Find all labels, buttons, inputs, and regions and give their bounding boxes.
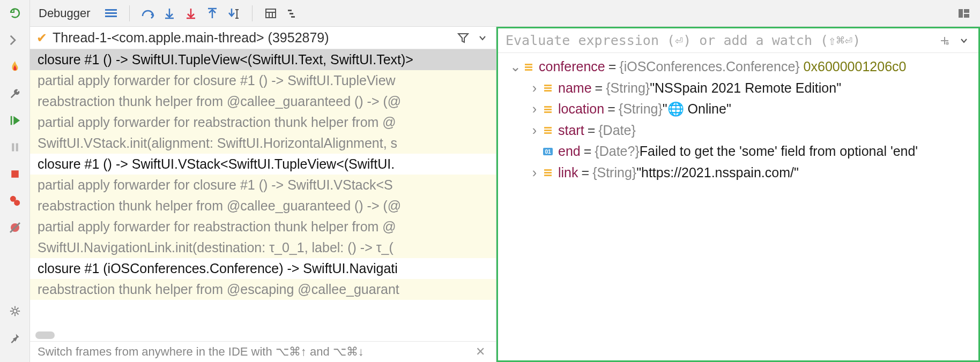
svg-line-15 [11, 313, 13, 315]
svg-rect-53 [544, 130, 552, 131]
var-name: location [558, 99, 604, 119]
var-type: {String} [592, 163, 636, 183]
step-out-icon[interactable] [205, 6, 220, 21]
filter-icon[interactable] [456, 31, 470, 45]
breakpoints-icon[interactable] [7, 193, 23, 209]
svg-point-8 [13, 309, 17, 313]
console-icon[interactable] [7, 32, 23, 48]
svg-rect-44 [525, 66, 532, 68]
flame-icon[interactable] [7, 59, 23, 75]
svg-rect-1 [12, 144, 14, 152]
trace-icon[interactable] [285, 6, 300, 21]
variables-tree[interactable]: ⌄ conference = {iOSConferences.Conferenc… [498, 53, 978, 360]
var-link[interactable]: ›link = {String} "https://2021.nsspain.c… [498, 162, 978, 184]
pause-icon[interactable] [7, 139, 23, 155]
thread-dropdown-icon[interactable] [476, 31, 489, 45]
chevron-right-icon[interactable]: › [529, 78, 540, 99]
frame-row[interactable]: reabstraction thunk helper from @callee_… [30, 195, 496, 216]
svg-rect-2 [16, 144, 18, 152]
close-icon[interactable]: ✕ [472, 345, 488, 359]
chevron-down-icon[interactable]: ⌄ [510, 57, 521, 77]
stop-icon[interactable] [7, 166, 23, 182]
frame-row[interactable]: closure #1 () -> SwiftUI.TupleView<(Swif… [30, 49, 496, 70]
var-name[interactable]: ›name = {String} "NSSpain 2021 Remote Ed… [498, 78, 978, 99]
frame-row[interactable]: closure #1 () -> SwiftUI.VStack<SwiftUI.… [30, 154, 496, 175]
frame-row[interactable]: SwiftUI.NavigationLink.init(destination:… [30, 237, 496, 258]
var-type: {Date?} [595, 141, 639, 162]
rerun-icon[interactable] [7, 5, 23, 21]
svg-rect-57 [544, 169, 552, 171]
field-icon [542, 167, 554, 178]
frame-row[interactable]: partial apply forwarder for closure #1 (… [30, 175, 496, 195]
var-location[interactable]: ›location = {String} "🌐 Online" [498, 99, 978, 120]
evaluate-expression-icon[interactable] [263, 6, 278, 21]
threads-icon[interactable] [103, 6, 118, 21]
field-icon [542, 124, 554, 136]
svg-line-16 [17, 308, 18, 310]
var-start[interactable]: ›start = {Date} [498, 120, 978, 141]
layout-icon[interactable] [956, 6, 971, 21]
evaluate-placeholder[interactable]: Evaluate expression (⏎) or add a watch (… [506, 33, 932, 48]
svg-rect-30 [266, 9, 276, 18]
debug-sidebar [0, 0, 30, 362]
evaluate-bar[interactable]: Evaluate expression (⏎) or add a watch (… [498, 28, 978, 53]
var-name: conference [539, 57, 605, 77]
svg-line-14 [17, 313, 18, 315]
frame-row[interactable]: reabstraction thunk helper from @escapin… [30, 279, 496, 300]
frame-row[interactable]: partial apply forwarder for reabstractio… [30, 216, 496, 237]
var-type: {iOSConferences.Conference} [619, 57, 799, 77]
frame-row[interactable]: closure #1 (iOSConferences.Conference) -… [30, 258, 496, 279]
thread-header: ✔ Thread-1-<com.apple.main-thread> (3952… [30, 27, 496, 49]
checkmark-icon: ✔ [36, 31, 47, 46]
hint-text: Switch frames from anywhere in the IDE w… [38, 345, 472, 359]
var-value: "NSSpain 2021 Remote Edition" [650, 78, 841, 99]
scrollbar-thumb[interactable] [35, 331, 55, 339]
run-to-cursor-icon[interactable] [226, 6, 241, 21]
step-into-icon[interactable] [162, 6, 177, 21]
svg-point-42 [946, 42, 949, 45]
var-name: start [558, 120, 584, 141]
svg-rect-50 [544, 109, 552, 110]
var-type: {String} [606, 78, 650, 99]
frame-row[interactable]: partial apply forwarder for reabstractio… [30, 112, 496, 133]
chevron-right-icon[interactable]: › [529, 163, 540, 183]
mute-breakpoints-icon[interactable] [7, 220, 23, 236]
svg-rect-38 [964, 9, 969, 13]
svg-rect-48 [544, 90, 552, 92]
toolbar-title: Debugger [39, 6, 91, 20]
svg-rect-46 [544, 85, 552, 86]
add-watch-icon[interactable] [938, 34, 952, 48]
svg-rect-35 [289, 13, 293, 14]
var-type: {Date} [598, 120, 636, 141]
settings-icon[interactable] [7, 303, 23, 319]
frame-row[interactable]: SwiftUI.VStack.init(alignment: SwiftUI.H… [30, 133, 496, 154]
frame-row[interactable]: partial apply forwarder for closure #1 (… [30, 70, 496, 91]
wrench-icon[interactable] [7, 86, 23, 102]
chevron-right-icon[interactable]: › [529, 120, 540, 141]
svg-point-5 [14, 200, 20, 206]
force-step-into-icon[interactable] [183, 6, 198, 21]
resume-icon[interactable] [7, 112, 23, 129]
vars-dropdown-icon[interactable] [957, 34, 971, 48]
svg-rect-39 [964, 14, 969, 18]
frame-row[interactable]: reabstraction thunk helper from @callee_… [30, 91, 496, 112]
var-name: end [558, 141, 581, 162]
var-address: 0x6000001206c0 [804, 57, 907, 77]
var-conference[interactable]: ⌄ conference = {iOSConferences.Conferenc… [498, 56, 978, 78]
frames-pane: ✔ Thread-1-<com.apple.main-thread> (3952… [30, 27, 496, 362]
svg-line-13 [11, 308, 13, 310]
chevron-right-icon[interactable]: › [529, 99, 540, 119]
svg-rect-36 [291, 16, 295, 18]
debugger-toolbar: Debugger [30, 0, 980, 27]
thread-title[interactable]: Thread-1-<com.apple.main-thread> (395287… [53, 30, 451, 46]
svg-rect-51 [544, 111, 552, 113]
svg-rect-17 [105, 9, 117, 11]
pin-icon[interactable] [7, 330, 23, 346]
svg-rect-45 [525, 69, 532, 71]
svg-rect-19 [105, 16, 117, 17]
var-end[interactable]: ·01end = {Date?} Failed to get the 'some… [498, 141, 978, 162]
step-over-icon[interactable] [140, 6, 155, 21]
frames-list[interactable]: closure #1 () -> SwiftUI.TupleView<(Swif… [30, 49, 496, 329]
svg-rect-0 [10, 116, 12, 125]
var-value: "https://2021.nsspain.com/" [636, 163, 799, 183]
